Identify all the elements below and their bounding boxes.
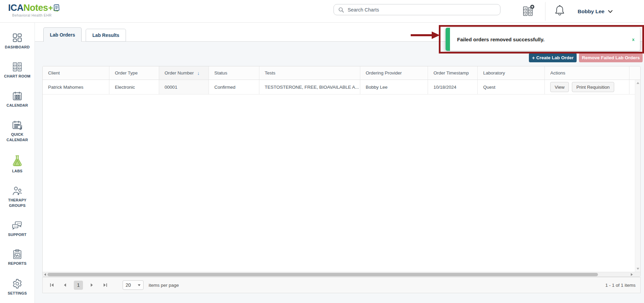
dashboard-icon [12,33,23,43]
support-chat-icon [12,220,23,231]
tab-label: Lab Results [92,33,119,38]
toast-message: Failed orders removed successfully. [457,37,544,42]
search-input[interactable] [348,7,496,13]
notifications-button[interactable] [555,4,565,17]
horizontal-scroll-thumb[interactable] [47,273,598,276]
cell-text: Electronic [115,85,135,90]
sidebar-item-quick-calendar[interactable]: QUICK CALENDAR [1,120,34,143]
header-spacer [629,66,640,80]
scroll-up-icon[interactable] [637,82,639,84]
tab-label: Lab Orders [50,32,75,38]
chart-room-icon [12,62,23,72]
cell-laboratory: Quest [478,80,545,94]
sidebar-item-calendar[interactable]: CALENDAR [1,91,34,108]
logo-text-notes: Notes [23,3,48,13]
column-label: Order Number [165,70,194,75]
column-header-order-type[interactable]: Order Type [109,66,159,80]
logo-document-icon [53,4,60,12]
labs-flask-icon [12,155,23,167]
column-label: Status [214,70,227,75]
scroll-left-icon[interactable] [44,273,46,276]
search-charts-box [334,4,500,15]
sidebar-label: SETTINGS [8,291,27,296]
column-header-order-number[interactable]: Order Number ↓ [159,66,209,80]
pager-bar: 1 20 items per page 1 - 1 of 1 items [42,277,641,293]
main-content: Lab Orders Lab Results + Create Lab Orde… [35,23,644,303]
sidebar-label: THERAPY GROUPS [1,198,34,209]
cell-tests: TESTOSTERONE, FREE, BIOAVAILABLE A... [259,80,360,94]
column-header-laboratory[interactable]: Laboratory [478,66,545,80]
column-label: Order Timestamp [433,70,469,75]
sidebar-label: REPORTS [8,261,27,266]
horizontal-scrollbar[interactable] [43,272,640,277]
column-header-tests[interactable]: Tests [259,66,360,80]
cell-order-type: Electronic [109,80,159,94]
remove-failed-label: Remove Failed Lab Orders [582,55,640,60]
sidebar-item-reports[interactable]: REPORTS [1,249,34,266]
toast-success-bar [446,28,450,51]
page-number: 1 [77,282,80,288]
therapy-groups-icon [12,186,23,196]
cell-client: Patrick Mahomes [43,80,109,94]
cell-text: Quest [483,85,495,90]
search-icon [338,6,344,13]
create-lab-order-button[interactable]: + Create Lab Order [529,53,577,62]
last-page-button[interactable] [101,281,109,289]
remove-failed-lab-orders-button[interactable]: Remove Failed Lab Orders [579,53,643,62]
next-page-button[interactable] [87,281,96,289]
sidebar-item-settings[interactable]: SETTINGS [1,278,34,296]
sort-desc-icon: ↓ [197,70,199,76]
reports-icon [12,249,23,259]
column-header-status[interactable]: Status [209,66,259,80]
sidebar-item-chart-room[interactable]: CHART ROOM [1,62,34,79]
scroll-right-icon[interactable] [631,273,633,276]
column-label: Ordering Provider [366,70,402,75]
column-header-actions[interactable]: Actions [545,66,629,80]
create-lab-order-label: Create Lab Order [536,55,574,60]
sidebar-item-dashboard[interactable]: DASHBOARD [1,33,34,50]
column-header-ordering-provider[interactable]: Ordering Provider [360,66,428,80]
tab-lab-results[interactable]: Lab Results [86,29,126,42]
column-label: Actions [550,70,565,75]
next-page-icon [90,283,93,287]
cell-order-timestamp: 10/18/2024 [428,80,478,94]
column-header-order-timestamp[interactable]: Order Timestamp [428,66,478,80]
column-label: Laboratory [483,70,505,75]
chevron-down-icon [608,10,613,13]
previous-page-icon [63,283,67,287]
sidebar-item-labs[interactable]: LABS [1,155,34,174]
column-label: Tests [265,70,276,75]
add-chart-button[interactable] [522,4,535,18]
column-header-client[interactable]: Client [43,66,109,80]
success-toast: Failed orders removed successfully. x [446,28,640,51]
first-page-button[interactable] [47,281,56,289]
view-button[interactable]: View [550,82,569,92]
items-range-label: 1 - 1 of 1 items [605,283,636,288]
plus-icon: + [532,55,535,61]
cell-text: TESTOSTERONE, FREE, BIOAVAILABLE A... [265,85,359,90]
header-divider [545,2,545,21]
user-name: Bobby Lee [578,8,604,15]
cell-ordering-provider: Bobby Lee [360,80,428,94]
user-menu[interactable]: Bobby Lee [578,0,613,23]
tab-lab-orders[interactable]: Lab Orders [43,27,82,42]
cell-order-number: 00001 [159,80,209,94]
sidebar-item-therapy-groups[interactable]: THERAPY GROUPS [1,186,34,209]
vertical-scrollbar[interactable] [635,80,640,272]
column-label: Order Type [115,70,137,75]
page-number-button[interactable]: 1 [74,281,83,290]
toast-close-button[interactable]: x [632,37,635,42]
top-header-bar: ICANotes+ Behavioral Health EHR [0,0,644,23]
previous-page-button[interactable] [61,281,69,289]
scroll-down-icon[interactable] [637,268,639,270]
sidebar-label: CALENDAR [6,103,28,108]
sidebar-item-support[interactable]: SUPPORT [1,220,34,238]
table-row: Patrick Mahomes Electronic 00001 Confirm… [43,80,640,94]
chart-cabinet-add-icon [522,4,535,18]
cell-status: Confirmed [209,80,259,94]
page-size-dropdown[interactable]: 20 [123,280,144,290]
print-requisition-button[interactable]: Print Requisition [572,82,614,92]
icanotes-logo: ICANotes+ Behavioral Health EHR [8,3,66,17]
cell-text: Confirmed [214,85,235,90]
settings-gear-icon [12,278,23,289]
